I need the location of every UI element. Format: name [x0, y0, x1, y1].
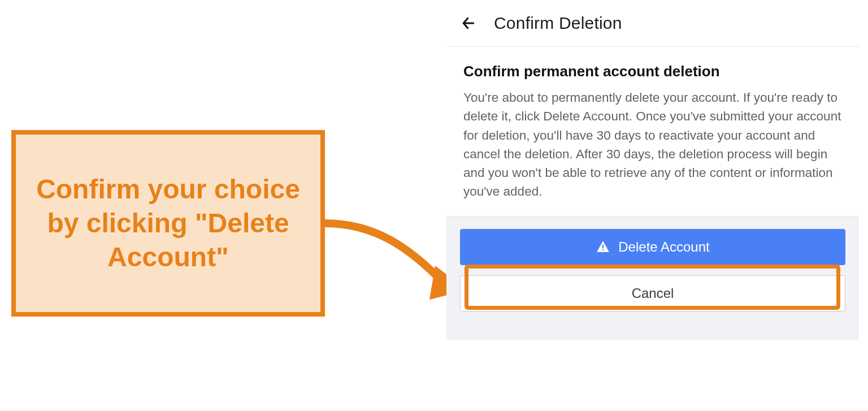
arrow-left-icon: [460, 15, 477, 32]
dialog-title: Confirm Deletion: [494, 14, 622, 33]
delete-account-label: Delete Account: [618, 239, 709, 255]
back-button[interactable]: [459, 14, 478, 33]
svg-rect-1: [602, 244, 604, 248]
instruction-callout: Confirm your choice by clicking "Delete …: [11, 130, 325, 317]
dialog-header: Confirm Deletion: [446, 0, 859, 47]
svg-rect-2: [602, 249, 604, 250]
body-text: You're about to permanently delete your …: [463, 88, 842, 201]
dialog-body: Confirm permanent account deletion You'r…: [446, 47, 859, 216]
confirm-deletion-dialog: Confirm Deletion Confirm permanent accou…: [446, 0, 859, 340]
instruction-text: Confirm your choice by clicking "Delete …: [33, 172, 303, 274]
cancel-button[interactable]: Cancel: [460, 275, 845, 312]
body-heading: Confirm permanent account deletion: [463, 63, 842, 80]
delete-account-button[interactable]: Delete Account: [460, 229, 845, 265]
dialog-actions: Delete Account Cancel: [446, 216, 859, 340]
warning-icon: [596, 240, 610, 254]
cancel-label: Cancel: [632, 285, 674, 301]
